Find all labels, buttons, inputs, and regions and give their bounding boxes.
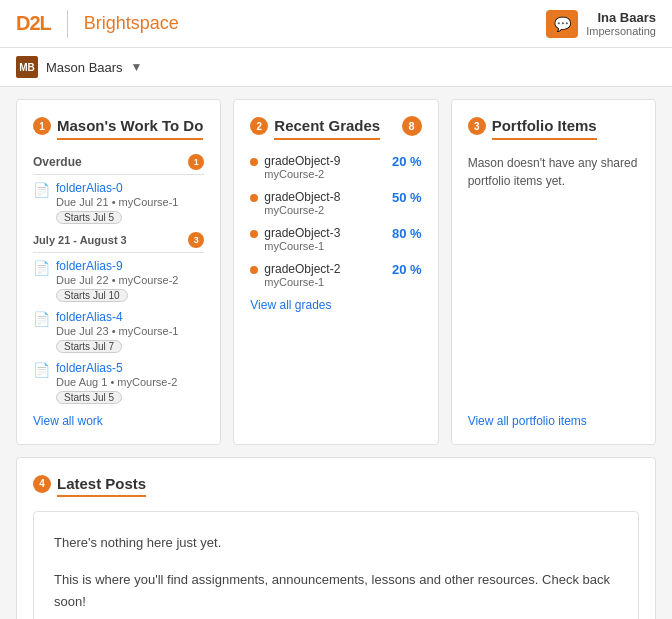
latest-posts-card: 4 Latest Posts There's nothing here just… xyxy=(16,457,656,620)
grade-percent-1: 50 % xyxy=(392,190,422,205)
date-range-item-name-0[interactable]: folderAlias-9 xyxy=(56,259,204,273)
overdue-count-badge: 1 xyxy=(188,154,204,170)
latest-posts-title-wrap: 4 Latest Posts xyxy=(33,474,146,498)
user-info: Ina Baars Impersonating xyxy=(586,10,656,37)
overdue-label: Overdue xyxy=(33,155,82,169)
grade-info-3: gradeObject-2 myCourse-1 xyxy=(264,262,386,288)
brightspace-brand: Brightspace xyxy=(84,13,179,34)
logo-divider xyxy=(67,10,68,38)
overdue-item-0: 📄 folderAlias-0 Due Jul 21 • myCourse-1 … xyxy=(33,181,204,224)
grades-badge: 2 xyxy=(250,117,268,135)
grade-name-2[interactable]: gradeObject-3 xyxy=(264,226,386,240)
impersonating-label: Impersonating xyxy=(586,25,656,37)
grades-header: 2 Recent Grades 8 xyxy=(250,116,421,140)
grade-course-0: myCourse-2 xyxy=(264,168,386,180)
file-icon-2: 📄 xyxy=(33,362,50,378)
header-right: 💬 Ina Baars Impersonating xyxy=(546,10,656,38)
grade-dot-0 xyxy=(250,158,258,166)
portfolio-title-wrap: 3 Portfolio Items xyxy=(468,116,597,140)
grades-title-wrap: 2 Recent Grades xyxy=(250,116,380,140)
latest-posts-title: Latest Posts xyxy=(57,474,146,498)
grade-dot-2 xyxy=(250,230,258,238)
grade-item-3: gradeObject-2 myCourse-1 20 % xyxy=(250,262,421,288)
date-range-item-info-1: folderAlias-4 Due Jul 23 • myCourse-1 St… xyxy=(56,310,204,353)
header-left: D2L Brightspace xyxy=(16,10,179,38)
view-all-grades-link[interactable]: View all grades xyxy=(250,298,421,312)
grade-dot-3 xyxy=(250,266,258,274)
view-all-portfolio-link[interactable]: View all portfolio items xyxy=(468,414,587,428)
overdue-item-name[interactable]: folderAlias-0 xyxy=(56,181,204,195)
user-avatar-icon[interactable]: 💬 xyxy=(546,10,578,38)
overdue-item-tag: Starts Jul 5 xyxy=(56,211,122,224)
portfolio-header: 3 Portfolio Items xyxy=(468,116,639,140)
date-range-item-tag-2: Starts Jul 5 xyxy=(56,391,122,404)
user-thumb-icon: MB xyxy=(16,56,38,78)
d2l-logo: D2L xyxy=(16,12,51,35)
grade-item-1: gradeObject-8 myCourse-2 50 % xyxy=(250,190,421,216)
date-range-item-tag-1: Starts Jul 7 xyxy=(56,340,122,353)
portfolio-title: Portfolio Items xyxy=(492,116,597,140)
work-to-do-header: 1 Mason's Work To Do xyxy=(33,116,204,140)
portfolio-card: 3 Portfolio Items Mason doesn't have any… xyxy=(451,99,656,445)
file-icon-1: 📄 xyxy=(33,311,50,327)
work-to-do-card: 1 Mason's Work To Do Overdue 1 📄 folderA… xyxy=(16,99,221,445)
header-user-name: Ina Baars xyxy=(586,10,656,25)
grade-name-3[interactable]: gradeObject-2 xyxy=(264,262,386,276)
grades-count-badge: 8 xyxy=(402,116,422,136)
date-range-count-badge: 3 xyxy=(188,232,204,248)
overdue-section-label: Overdue 1 xyxy=(33,154,204,175)
date-range-label: July 21 - August 3 xyxy=(33,234,127,246)
top-grid: 1 Mason's Work To Do Overdue 1 📄 folderA… xyxy=(16,99,656,445)
posts-empty-line2: This is where you'll find assignments, a… xyxy=(54,569,618,613)
overdue-item-meta: Due Jul 21 • myCourse-1 xyxy=(56,196,204,208)
main-content: 1 Mason's Work To Do Overdue 1 📄 folderA… xyxy=(0,87,672,619)
posts-empty-line1: There's nothing here just yet. xyxy=(54,532,618,554)
date-range-section-label: July 21 - August 3 3 xyxy=(33,232,204,253)
grade-percent-2: 80 % xyxy=(392,226,422,241)
grade-course-3: myCourse-1 xyxy=(264,276,386,288)
portfolio-badge: 3 xyxy=(468,117,486,135)
grade-info-2: gradeObject-3 myCourse-1 xyxy=(264,226,386,252)
latest-posts-badge: 4 xyxy=(33,475,51,493)
overdue-item-info: folderAlias-0 Due Jul 21 • myCourse-1 St… xyxy=(56,181,204,224)
grade-item-2: gradeObject-3 myCourse-1 80 % xyxy=(250,226,421,252)
recent-grades-card: 2 Recent Grades 8 gradeObject-9 myCourse… xyxy=(233,99,438,445)
grades-title: Recent Grades xyxy=(274,116,380,140)
date-range-item-info-0: folderAlias-9 Due Jul 22 • myCourse-2 St… xyxy=(56,259,204,302)
date-range-item-meta-1: Due Jul 23 • myCourse-1 xyxy=(56,325,204,337)
grade-course-1: myCourse-2 xyxy=(264,204,386,216)
portfolio-empty-message: Mason doesn't have any shared portfolio … xyxy=(468,154,639,190)
dropdown-arrow-icon[interactable]: ▼ xyxy=(131,60,143,74)
grade-name-1[interactable]: gradeObject-8 xyxy=(264,190,386,204)
date-range-item-meta-2: Due Aug 1 • myCourse-2 xyxy=(56,376,204,388)
date-range-item-meta-0: Due Jul 22 • myCourse-2 xyxy=(56,274,204,286)
grade-percent-3: 20 % xyxy=(392,262,422,277)
file-icon-0: 📄 xyxy=(33,260,50,276)
grade-name-0[interactable]: gradeObject-9 xyxy=(264,154,386,168)
grade-info-1: gradeObject-8 myCourse-2 xyxy=(264,190,386,216)
posts-empty-area: There's nothing here just yet. This is w… xyxy=(33,511,639,619)
grade-course-2: myCourse-1 xyxy=(264,240,386,252)
file-icon: 📄 xyxy=(33,182,50,198)
date-range-item-2: 📄 folderAlias-5 Due Aug 1 • myCourse-2 S… xyxy=(33,361,204,404)
view-all-work-link[interactable]: View all work xyxy=(33,414,204,428)
grade-dot-1 xyxy=(250,194,258,202)
date-range-item-name-1[interactable]: folderAlias-4 xyxy=(56,310,204,324)
grade-item-0: gradeObject-9 myCourse-2 20 % xyxy=(250,154,421,180)
work-to-do-badge: 1 xyxy=(33,117,51,135)
work-to-do-title-wrap: 1 Mason's Work To Do xyxy=(33,116,203,140)
sub-header: MB Mason Baars ▼ xyxy=(0,48,672,87)
date-range-item-name-2[interactable]: folderAlias-5 xyxy=(56,361,204,375)
latest-posts-header: 4 Latest Posts xyxy=(33,474,639,498)
grade-info-0: gradeObject-9 myCourse-2 xyxy=(264,154,386,180)
date-range-item-info-2: folderAlias-5 Due Aug 1 • myCourse-2 Sta… xyxy=(56,361,204,404)
date-range-item-1: 📄 folderAlias-4 Due Jul 23 • myCourse-1 … xyxy=(33,310,204,353)
work-to-do-title: Mason's Work To Do xyxy=(57,116,203,140)
date-range-item-tag-0: Starts Jul 10 xyxy=(56,289,128,302)
user-select-name: Mason Baars xyxy=(46,60,123,75)
date-range-item-0: 📄 folderAlias-9 Due Jul 22 • myCourse-2 … xyxy=(33,259,204,302)
grade-percent-0: 20 % xyxy=(392,154,422,169)
header: D2L Brightspace 💬 Ina Baars Impersonatin… xyxy=(0,0,672,48)
